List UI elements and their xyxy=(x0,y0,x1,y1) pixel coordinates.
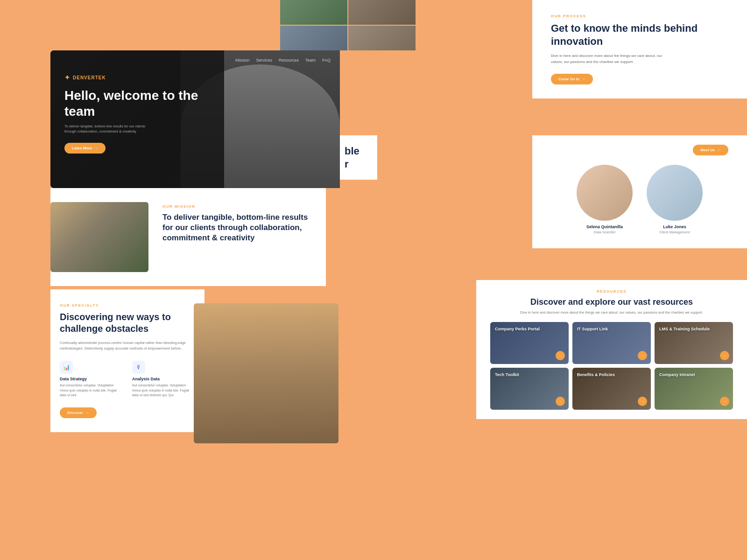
process-cta-button[interactable]: Come On In → xyxy=(551,74,593,84)
mission-title: To deliver tangible, bottom-line results… xyxy=(162,212,317,243)
resource-card-3[interactable]: LMS & Training Schedule → xyxy=(655,322,733,364)
photo-cell-4 xyxy=(348,26,416,50)
resource-card-title-5: Benefits & Policies xyxy=(577,372,615,378)
resource-card-title-4: Tech Toolkit xyxy=(495,372,519,378)
partial-overlay: ble r xyxy=(340,135,377,180)
logo-text: DENVERTEK xyxy=(73,75,106,80)
nav-item-team[interactable]: Team xyxy=(305,58,316,63)
specialty-title: Discovering new ways to challenge obstac… xyxy=(60,311,195,335)
team-member-name-1: Selena Quintanilla xyxy=(574,224,635,229)
hero-section: Mission Services Resources Team FAQ ✦ DE… xyxy=(50,50,340,188)
specialty-items: 📊 Data Strategy Aut consectetur voluptas… xyxy=(60,361,195,398)
process-section: OUR PROCESS Get to know the minds behind… xyxy=(532,0,747,98)
specialty-item-1: 📊 Data Strategy Aut consectetur voluptas… xyxy=(60,361,123,398)
resource-card-5[interactable]: Benefits & Policies → xyxy=(572,368,651,410)
photo-cell-3 xyxy=(280,26,347,50)
specialty-item-title-2: Analysis Data xyxy=(132,377,195,381)
photo-cell-2 xyxy=(348,0,416,25)
resource-card-1[interactable]: Company Perks Portal → xyxy=(490,322,569,364)
top-photos-grid xyxy=(280,0,416,50)
specialty-label: OUR SPECIALTY xyxy=(60,303,195,308)
team-avatar-2 xyxy=(647,165,703,221)
hero-logo: ✦ DENVERTEK xyxy=(64,74,204,81)
specialty-photo xyxy=(194,303,338,443)
resource-card-2[interactable]: IT Support Link → xyxy=(572,322,651,364)
specialty-item-title-1: Data Strategy xyxy=(60,377,123,381)
mission-photo xyxy=(50,202,148,272)
specialty-item-desc-1: Aut consectetur voluptas. Voluptatem min… xyxy=(60,383,123,398)
resource-card-4[interactable]: Tech Toolkit → xyxy=(490,368,569,410)
analysis-data-icon: 🎙 xyxy=(132,361,145,374)
resources-header: RESOURCES Discover and explore our vast … xyxy=(490,289,733,315)
hero-subtitle: To deliver tangible, bottom-line results… xyxy=(64,124,148,134)
team-section: Meet Us → Selena Quintanilla Data Scient… xyxy=(532,135,747,248)
resource-card-title-6: Company Intranet xyxy=(659,372,695,378)
meet-btn-wrapper: Meet Us → xyxy=(551,145,728,155)
process-label: OUR PROCESS xyxy=(551,14,728,18)
process-title: Get to know the minds behind innovation xyxy=(551,22,728,48)
specialty-photo-inner xyxy=(194,303,338,443)
resources-label: RESOURCES xyxy=(490,289,733,294)
mission-label: OUR MISSION xyxy=(162,204,317,209)
process-desc: Dive in here and discover more about the… xyxy=(551,53,672,65)
hero-nav: Mission Services Resources Team FAQ xyxy=(50,58,340,63)
discover-button[interactable]: Discover → xyxy=(60,407,97,418)
resources-grid: Company Perks Portal → IT Support Link →… xyxy=(490,322,733,410)
resource-card-title-2: IT Support Link xyxy=(577,327,608,332)
nav-item-faq[interactable]: FAQ xyxy=(322,58,331,63)
resources-title: Discover and explore our vast resources xyxy=(490,297,733,307)
photo-cell-1 xyxy=(280,0,347,25)
specialty-section: OUR SPECIALTY Discovering new ways to ch… xyxy=(50,289,204,432)
mission-content: OUR MISSION To deliver tangible, bottom-… xyxy=(162,202,317,272)
hero-title: Hello, welcome to the team xyxy=(64,88,204,119)
nav-item-mission[interactable]: Mission xyxy=(235,58,250,63)
resource-card-title-3: LMS & Training Schedule xyxy=(659,327,710,332)
nav-item-services[interactable]: Services xyxy=(256,58,272,63)
specialty-item-2: 🎙 Analysis Data Aut consectetur voluptas… xyxy=(132,361,195,398)
discover-btn-wrapper: Discover → xyxy=(60,407,195,418)
team-member-name-2: Luke Jones xyxy=(644,224,705,229)
team-member-2: Luke Jones Client Management xyxy=(644,165,705,234)
mission-section: OUR MISSION To deliver tangible, bottom-… xyxy=(50,188,326,286)
resource-card-title-1: Company Perks Portal xyxy=(495,327,540,332)
meet-us-button[interactable]: Meet Us → xyxy=(693,145,728,155)
team-member-role-2: Client Management xyxy=(644,230,705,234)
hero-cta-button[interactable]: Learn More → xyxy=(64,143,106,154)
resources-section: RESOURCES Discover and explore our vast … xyxy=(476,280,747,419)
nav-item-resources[interactable]: Resources xyxy=(279,58,299,63)
resource-card-6[interactable]: Company Intranet → xyxy=(655,368,733,410)
specialty-desc: Continually administrate process-centric… xyxy=(60,340,195,351)
main-wrapper: Mission Services Resources Team FAQ ✦ DE… xyxy=(0,0,747,560)
data-strategy-icon: 📊 xyxy=(60,361,73,374)
partial-text: ble r xyxy=(345,145,373,170)
team-grid: Selena Quintanilla Data Scientist Luke J… xyxy=(551,165,728,234)
team-member-1: Selena Quintanilla Data Scientist xyxy=(574,165,635,234)
logo-icon: ✦ xyxy=(64,74,70,81)
team-avatar-1 xyxy=(577,165,633,221)
hero-content: ✦ DENVERTEK Hello, welcome to the team T… xyxy=(64,74,204,154)
specialty-item-desc-2: Aut consectetur voluptas. Voluptatem min… xyxy=(132,383,195,398)
resources-desc: Dive in here and discover more about the… xyxy=(490,310,733,315)
team-member-role-1: Data Scientist xyxy=(574,230,635,234)
